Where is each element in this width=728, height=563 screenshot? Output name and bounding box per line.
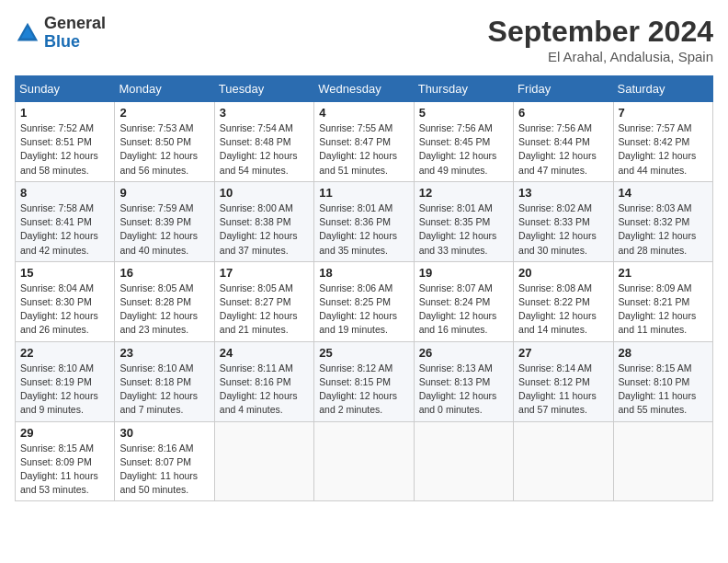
day-number: 25 [319, 346, 408, 360]
calendar-cell: 23 Sunrise: 8:10 AMSunset: 8:18 PMDaylig… [115, 341, 214, 421]
day-info: Sunrise: 8:10 AMSunset: 8:19 PMDaylight:… [20, 362, 109, 418]
day-info: Sunrise: 7:55 AMSunset: 8:47 PMDaylight:… [319, 121, 408, 178]
calendar-cell: 24 Sunrise: 8:11 AMSunset: 8:16 PMDaylig… [214, 341, 313, 421]
calendar-cell: 17 Sunrise: 8:05 AMSunset: 8:27 PMDaylig… [214, 261, 313, 341]
day-info: Sunrise: 8:09 AMSunset: 8:21 PMDaylight:… [619, 282, 708, 338]
week-row-4: 22 Sunrise: 8:10 AMSunset: 8:19 PMDaylig… [16, 341, 713, 421]
day-info: Sunrise: 8:03 AMSunset: 8:32 PMDaylight:… [619, 201, 708, 258]
day-info: Sunrise: 8:12 AMSunset: 8:15 PMDaylight:… [319, 362, 408, 418]
day-info: Sunrise: 8:08 AMSunset: 8:22 PMDaylight:… [518, 282, 608, 338]
calendar-cell: 4 Sunrise: 7:55 AMSunset: 8:47 PMDayligh… [314, 102, 414, 182]
day-info: Sunrise: 8:14 AMSunset: 8:12 PMDaylight:… [518, 362, 608, 418]
day-info: Sunrise: 8:11 AMSunset: 8:16 PMDaylight:… [220, 362, 309, 418]
calendar-cell: 27 Sunrise: 8:14 AMSunset: 8:12 PMDaylig… [514, 341, 613, 421]
calendar-cell [414, 421, 513, 501]
logo-icon [15, 20, 40, 46]
day-number: 29 [20, 426, 109, 440]
day-number: 27 [518, 346, 608, 360]
week-row-1: 1 Sunrise: 7:52 AMSunset: 8:51 PMDayligh… [16, 102, 713, 182]
day-info: Sunrise: 7:52 AMSunset: 8:51 PMDaylight:… [20, 121, 109, 178]
day-number: 20 [518, 266, 608, 280]
day-info: Sunrise: 8:05 AMSunset: 8:27 PMDaylight:… [220, 282, 309, 338]
calendar-cell: 3 Sunrise: 7:54 AMSunset: 8:48 PMDayligh… [214, 102, 313, 182]
week-row-2: 8 Sunrise: 7:58 AMSunset: 8:41 PMDayligh… [16, 181, 713, 261]
calendar-cell: 6 Sunrise: 7:56 AMSunset: 8:44 PMDayligh… [514, 102, 613, 182]
calendar-cell [314, 421, 414, 501]
week-row-5: 29 Sunrise: 8:15 AMSunset: 8:09 PMDaylig… [16, 421, 713, 501]
month-year: September 2024 [488, 15, 713, 49]
day-info: Sunrise: 8:07 AMSunset: 8:24 PMDaylight:… [419, 282, 508, 338]
calendar-cell: 2 Sunrise: 7:53 AMSunset: 8:50 PMDayligh… [115, 102, 214, 182]
calendar-cell: 14 Sunrise: 8:03 AMSunset: 8:32 PMDaylig… [613, 181, 712, 261]
page-header: GeneralBlue September 2024 El Arahal, An… [15, 15, 713, 64]
weekday-header-row: SundayMondayTuesdayWednesdayThursdayFrid… [16, 76, 713, 102]
calendar-cell [514, 421, 613, 501]
calendar-cell: 13 Sunrise: 8:02 AMSunset: 8:33 PMDaylig… [514, 181, 613, 261]
calendar-table: SundayMondayTuesdayWednesdayThursdayFrid… [15, 75, 713, 501]
day-info: Sunrise: 8:01 AMSunset: 8:35 PMDaylight:… [419, 201, 508, 258]
day-info: Sunrise: 8:04 AMSunset: 8:30 PMDaylight:… [20, 282, 109, 338]
calendar-cell: 11 Sunrise: 8:01 AMSunset: 8:36 PMDaylig… [314, 181, 414, 261]
calendar-cell: 26 Sunrise: 8:13 AMSunset: 8:13 PMDaylig… [414, 341, 513, 421]
day-number: 13 [518, 186, 608, 200]
day-number: 21 [619, 266, 708, 280]
calendar-cell: 12 Sunrise: 8:01 AMSunset: 8:35 PMDaylig… [414, 181, 513, 261]
day-info: Sunrise: 7:58 AMSunset: 8:41 PMDaylight:… [20, 201, 109, 258]
day-info: Sunrise: 7:53 AMSunset: 8:50 PMDaylight:… [119, 121, 209, 178]
calendar-cell: 1 Sunrise: 7:52 AMSunset: 8:51 PMDayligh… [16, 102, 115, 182]
calendar-cell: 22 Sunrise: 8:10 AMSunset: 8:19 PMDaylig… [16, 341, 115, 421]
calendar-cell: 20 Sunrise: 8:08 AMSunset: 8:22 PMDaylig… [514, 261, 613, 341]
day-info: Sunrise: 7:57 AMSunset: 8:42 PMDaylight:… [619, 121, 708, 178]
day-number: 15 [20, 266, 109, 280]
day-info: Sunrise: 8:02 AMSunset: 8:33 PMDaylight:… [518, 201, 608, 258]
day-number: 26 [419, 346, 508, 360]
calendar-cell: 25 Sunrise: 8:12 AMSunset: 8:15 PMDaylig… [314, 341, 414, 421]
day-number: 3 [220, 106, 309, 120]
calendar-cell: 30 Sunrise: 8:16 AMSunset: 8:07 PMDaylig… [115, 421, 214, 501]
day-info: Sunrise: 8:15 AMSunset: 8:09 PMDaylight:… [20, 442, 109, 498]
day-number: 28 [619, 346, 708, 360]
calendar-cell: 19 Sunrise: 8:07 AMSunset: 8:24 PMDaylig… [414, 261, 513, 341]
day-number: 8 [20, 186, 109, 200]
weekday-header-friday: Friday [514, 76, 613, 102]
calendar-cell: 7 Sunrise: 7:57 AMSunset: 8:42 PMDayligh… [613, 102, 712, 182]
day-number: 24 [220, 346, 309, 360]
day-info: Sunrise: 8:05 AMSunset: 8:28 PMDaylight:… [119, 282, 209, 338]
day-info: Sunrise: 7:54 AMSunset: 8:48 PMDaylight:… [220, 121, 309, 178]
day-number: 10 [220, 186, 309, 200]
day-info: Sunrise: 8:10 AMSunset: 8:18 PMDaylight:… [119, 362, 209, 418]
day-number: 4 [319, 106, 408, 120]
day-number: 23 [119, 346, 209, 360]
calendar-cell: 9 Sunrise: 7:59 AMSunset: 8:39 PMDayligh… [115, 181, 214, 261]
week-row-3: 15 Sunrise: 8:04 AMSunset: 8:30 PMDaylig… [16, 261, 713, 341]
day-number: 14 [619, 186, 708, 200]
location: El Arahal, Andalusia, Spain [488, 49, 713, 64]
day-info: Sunrise: 7:59 AMSunset: 8:39 PMDaylight:… [119, 201, 209, 258]
calendar-cell: 18 Sunrise: 8:06 AMSunset: 8:25 PMDaylig… [314, 261, 414, 341]
calendar-cell: 28 Sunrise: 8:15 AMSunset: 8:10 PMDaylig… [613, 341, 712, 421]
day-number: 17 [220, 266, 309, 280]
calendar-cell [214, 421, 313, 501]
logo: GeneralBlue [15, 15, 106, 52]
day-number: 16 [119, 266, 209, 280]
day-number: 30 [119, 426, 209, 440]
day-number: 1 [20, 106, 109, 120]
day-number: 7 [619, 106, 708, 120]
day-info: Sunrise: 8:00 AMSunset: 8:38 PMDaylight:… [220, 201, 309, 258]
calendar-cell: 5 Sunrise: 7:56 AMSunset: 8:45 PMDayligh… [414, 102, 513, 182]
weekday-header-tuesday: Tuesday [214, 76, 313, 102]
calendar-cell: 8 Sunrise: 7:58 AMSunset: 8:41 PMDayligh… [16, 181, 115, 261]
day-number: 2 [119, 106, 209, 120]
weekday-header-sunday: Sunday [16, 76, 115, 102]
day-number: 6 [518, 106, 608, 120]
day-number: 12 [419, 186, 508, 200]
calendar-cell: 10 Sunrise: 8:00 AMSunset: 8:38 PMDaylig… [214, 181, 313, 261]
day-number: 19 [419, 266, 508, 280]
day-number: 11 [319, 186, 408, 200]
day-info: Sunrise: 8:16 AMSunset: 8:07 PMDaylight:… [119, 442, 209, 498]
calendar-cell: 16 Sunrise: 8:05 AMSunset: 8:28 PMDaylig… [115, 261, 214, 341]
weekday-header-thursday: Thursday [414, 76, 513, 102]
day-info: Sunrise: 7:56 AMSunset: 8:44 PMDaylight:… [518, 121, 608, 178]
weekday-header-saturday: Saturday [613, 76, 712, 102]
calendar-cell: 15 Sunrise: 8:04 AMSunset: 8:30 PMDaylig… [16, 261, 115, 341]
